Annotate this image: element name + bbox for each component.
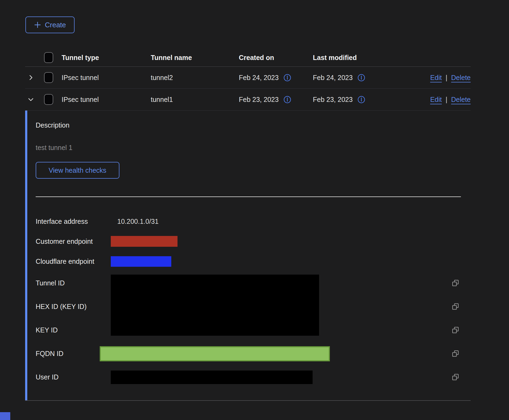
copy-icon[interactable] bbox=[451, 326, 460, 335]
tunnels-table: Tunnel type Tunnel name Created on Last … bbox=[25, 49, 471, 401]
info-icon[interactable] bbox=[283, 96, 291, 104]
detail-row-interface-address: Interface address 10.200.1.0/31 bbox=[36, 211, 471, 231]
header-created-on: Created on bbox=[239, 54, 313, 62]
description-value: test tunnel 1 bbox=[36, 144, 471, 152]
last-modified-cell: Feb 24, 2023 bbox=[313, 74, 353, 82]
header-tunnel-name: Tunnel name bbox=[151, 54, 239, 62]
edit-link[interactable]: Edit bbox=[430, 74, 442, 82]
table-header-row: Tunnel type Tunnel name Created on Last … bbox=[25, 49, 471, 67]
tunnel-type-cell: IPsec tunnel bbox=[62, 74, 151, 82]
tunnels-page: Create Tunnel type Tunnel name Created o… bbox=[0, 0, 509, 420]
chevron-down-icon[interactable] bbox=[27, 96, 34, 103]
delete-link[interactable]: Delete bbox=[451, 74, 471, 82]
tunnel-detail-panel: Description test tunnel 1 View health ch… bbox=[25, 111, 471, 401]
expanded-accent-bar bbox=[25, 111, 27, 400]
field-label: Tunnel ID bbox=[36, 279, 111, 287]
tunnel-type-cell: IPsec tunnel bbox=[62, 96, 151, 104]
info-icon[interactable] bbox=[283, 74, 291, 82]
detail-row-customer-endpoint: Customer endpoint bbox=[36, 231, 471, 251]
row-checkbox[interactable] bbox=[44, 94, 53, 105]
cloudflare-endpoint-redaction bbox=[111, 256, 171, 267]
user-id-redaction bbox=[111, 371, 313, 384]
description-label: Description bbox=[36, 121, 471, 129]
action-separator: | bbox=[446, 96, 447, 104]
tunnel-name-cell: tunnel1 bbox=[151, 96, 239, 104]
detail-row-fqdn-id: FQDN ID bbox=[36, 342, 471, 365]
id-fields-block: Tunnel ID HEX ID (KEY ID) bbox=[36, 271, 471, 342]
ids-redaction bbox=[111, 275, 319, 336]
created-on-cell: Feb 23, 2023 bbox=[239, 96, 279, 104]
field-label: Interface address bbox=[36, 218, 111, 225]
row-checkbox[interactable] bbox=[44, 72, 53, 83]
chevron-right-icon[interactable] bbox=[27, 74, 34, 81]
detail-row-user-id: User ID bbox=[36, 365, 471, 389]
info-icon[interactable] bbox=[357, 96, 365, 104]
created-on-cell: Feb 24, 2023 bbox=[239, 74, 279, 82]
header-check-cell bbox=[44, 52, 62, 63]
view-health-checks-button[interactable]: View health checks bbox=[36, 162, 119, 179]
plus-icon bbox=[34, 21, 41, 28]
header-tunnel-type: Tunnel type bbox=[62, 54, 151, 62]
interface-address-value: 10.200.1.0/31 bbox=[111, 218, 159, 225]
detail-divider bbox=[36, 196, 461, 197]
last-modified-cell: Feb 23, 2023 bbox=[313, 96, 353, 104]
info-icon[interactable] bbox=[357, 74, 365, 82]
edit-link[interactable]: Edit bbox=[430, 96, 442, 104]
copy-icon[interactable] bbox=[451, 373, 460, 382]
table-row: IPsec tunnel tunnel2 Feb 24, 2023 Feb 24… bbox=[25, 67, 471, 89]
field-label: Cloudflare endpoint bbox=[36, 258, 111, 265]
table-row: IPsec tunnel tunnel1 Feb 23, 2023 Feb 23… bbox=[25, 89, 471, 111]
select-all-checkbox[interactable] bbox=[44, 52, 53, 63]
field-label: HEX ID (KEY ID) bbox=[36, 303, 111, 311]
delete-link[interactable]: Delete bbox=[451, 96, 471, 104]
copy-icon[interactable] bbox=[451, 302, 460, 311]
field-label: Customer endpoint bbox=[36, 238, 111, 245]
tunnel-name-cell: tunnel2 bbox=[151, 74, 239, 82]
action-separator: | bbox=[446, 74, 447, 82]
detail-row-cloudflare-endpoint: Cloudflare endpoint bbox=[36, 251, 471, 271]
field-label: User ID bbox=[36, 373, 111, 381]
copy-icon[interactable] bbox=[451, 349, 460, 358]
create-button[interactable]: Create bbox=[25, 16, 75, 33]
create-button-label: Create bbox=[45, 21, 66, 29]
fqdn-id-redaction bbox=[100, 346, 330, 361]
cropped-corner-element bbox=[0, 412, 10, 420]
customer-endpoint-redaction bbox=[111, 236, 178, 247]
header-last-modified: Last modified bbox=[313, 54, 389, 62]
copy-icon[interactable] bbox=[451, 279, 460, 288]
field-label: KEY ID bbox=[36, 326, 111, 334]
